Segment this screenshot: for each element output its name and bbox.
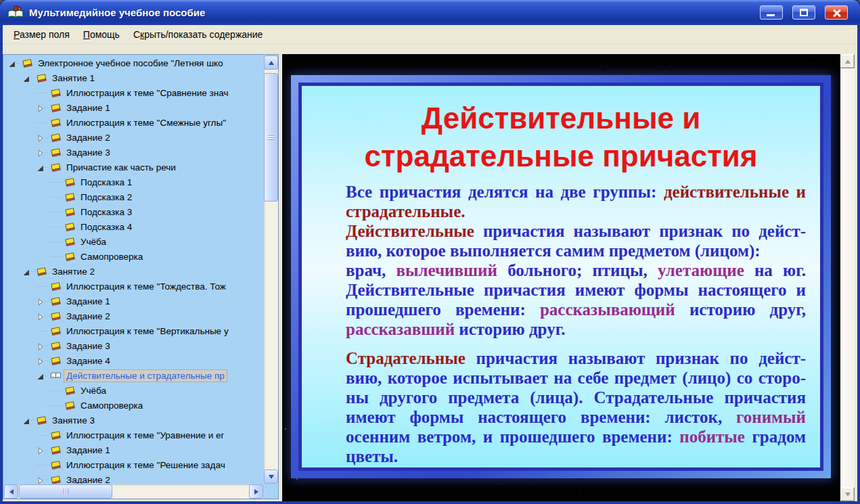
triangle-collapsed-icon[interactable] — [37, 342, 44, 350]
scroll-right-button[interactable] — [249, 484, 263, 499]
tree-item-label[interactable]: Иллюстрация к теме "Смежные углы" — [64, 117, 228, 129]
scrollbar-thumb[interactable] — [19, 484, 112, 499]
scroll-up-button[interactable] — [840, 54, 855, 68]
triangle-expanded-icon[interactable] — [8, 60, 16, 67]
triangle-collapsed-icon[interactable] — [37, 357, 44, 365]
tree-item[interactable]: Учёба — [4, 234, 263, 249]
tree-horizontal-scrollbar[interactable] — [4, 484, 263, 499]
tree-item-label[interactable]: Задание 4 — [64, 355, 112, 367]
tree-item-label[interactable]: Задание 2 — [64, 132, 112, 143]
tree-item-label[interactable]: Задание 1 — [64, 444, 112, 456]
tree-item[interactable]: Иллюстрация к теме "Смежные углы" — [4, 115, 263, 130]
tree-item-label[interactable]: Действительные и страдательные пр — [64, 370, 227, 382]
tree-connector — [51, 256, 58, 257]
tree-item[interactable]: Задание 4 — [4, 353, 263, 368]
menubar: Размер поляПомощьСкрыть/показать содержа… — [3, 25, 857, 44]
scroll-up-button[interactable] — [264, 55, 278, 70]
tree-item[interactable]: Занятие 1 — [4, 70, 263, 85]
menu-item-2[interactable]: Помощь — [76, 26, 127, 43]
slide-vertical-scrollbar[interactable] — [840, 54, 855, 501]
tree-item-label[interactable]: Учёба — [78, 385, 108, 396]
tree-item[interactable]: Задание 3 — [4, 338, 263, 353]
tree-item[interactable]: Занятие 2 — [4, 264, 263, 279]
book-icon — [50, 162, 62, 172]
tree-item[interactable]: Иллюстрация к теме "Тождества. Тож — [4, 279, 263, 294]
tree-item-label[interactable]: Задание 2 — [64, 474, 112, 484]
tree-item-label[interactable]: Иллюстрация к теме "Сравнение знач — [64, 87, 230, 99]
tree-item-label[interactable]: Самопроверка — [78, 400, 145, 411]
tree-item[interactable]: Занятие 3 — [4, 413, 263, 428]
book-icon — [50, 133, 62, 142]
tree-item-label[interactable]: Подсказка 3 — [78, 206, 134, 218]
tree-item[interactable]: Иллюстрация к теме "Решение задач — [4, 457, 263, 472]
tree-item[interactable]: Самопроверка — [4, 249, 263, 264]
slide-text-line: страдательные. — [346, 202, 806, 221]
tree-item-label[interactable]: Занятие 1 — [50, 72, 97, 84]
triangle-expanded-icon[interactable] — [22, 74, 30, 82]
tree-item[interactable]: Самопроверка — [4, 398, 263, 413]
tree-vertical-scrollbar[interactable] — [264, 55, 278, 484]
tree-item[interactable]: Задание 2 — [4, 308, 263, 323]
scrollbar-thumb[interactable] — [264, 73, 278, 202]
triangle-collapsed-icon[interactable] — [37, 446, 44, 454]
triangle-collapsed-icon[interactable] — [37, 134, 44, 141]
tree-item[interactable]: Иллюстрация к теме "Вертикальные у — [4, 323, 263, 338]
tree-item[interactable]: Подсказка 1 — [4, 175, 263, 189]
tree-item[interactable]: Учёба — [4, 383, 263, 398]
slide: Действительные и страдательные причастия… — [302, 86, 820, 467]
tree-item[interactable]: Задание 2 — [4, 472, 263, 484]
scroll-left-button[interactable] — [4, 484, 18, 499]
book-icon — [64, 192, 76, 202]
tree-item-label[interactable]: Иллюстрация к теме "Тождества. Тож — [64, 281, 228, 292]
triangle-collapsed-icon[interactable] — [37, 476, 44, 484]
triangle-collapsed-icon[interactable] — [37, 149, 44, 156]
triangle-expanded-icon[interactable] — [22, 268, 30, 275]
tree-item[interactable]: Действительные и страдательные пр — [4, 368, 263, 383]
tree-item[interactable]: Электронное учебное пособие "Летняя шко — [4, 55, 263, 70]
tree-item[interactable]: Подсказка 4 — [4, 219, 263, 234]
tree-item[interactable]: Задание 1 — [4, 100, 263, 115]
tree-item-label[interactable]: Задание 2 — [64, 311, 112, 322]
tree-item-label[interactable]: Электронное учебное пособие "Летняя шко — [36, 58, 225, 69]
tree-item-label[interactable]: Подсказка 2 — [78, 191, 134, 203]
minimize-icon — [767, 14, 775, 16]
scroll-down-button[interactable] — [840, 487, 855, 501]
tree-item-label[interactable]: Подсказка 4 — [78, 221, 134, 233]
tree-item-label[interactable]: Занятие 3 — [50, 415, 97, 426]
tree-item-label[interactable]: Иллюстрация к теме "Вертикальные у — [64, 325, 231, 337]
tree-item-label[interactable]: Задание 3 — [64, 147, 112, 158]
tree-item-label[interactable]: Задание 1 — [64, 296, 112, 307]
triangle-expanded-icon[interactable] — [37, 164, 44, 171]
tree-item-label[interactable]: Самопроверка — [78, 251, 145, 262]
tree-item[interactable]: Задание 2 — [4, 130, 263, 145]
triangle-collapsed-icon[interactable] — [37, 313, 44, 320]
triangle-collapsed-icon[interactable] — [37, 298, 44, 305]
slide-text-line: вию, которое испытывает на себе предмет … — [346, 368, 806, 388]
tree-item-label[interactable]: Задание 1 — [64, 102, 112, 114]
maximize-button[interactable] — [792, 5, 815, 20]
tree-item[interactable]: Подсказка 2 — [4, 189, 263, 204]
tree-item[interactable]: Задание 1 — [4, 294, 263, 308]
tree-item[interactable]: Задание 1 — [4, 442, 263, 457]
triangle-collapsed-icon[interactable] — [37, 104, 44, 112]
tree-item-label[interactable]: Учёба — [78, 236, 108, 248]
tree-item-label[interactable]: Иллюстрация к теме "Уравнение и ег — [64, 430, 227, 441]
menu-item-3[interactable]: Скрыть/показать содержание — [127, 26, 269, 43]
menu-item-1[interactable]: Размер поля — [7, 26, 76, 43]
tree-item-label[interactable]: Иллюстрация к теме "Решение задач — [64, 459, 227, 471]
tree-item[interactable]: Иллюстрация к теме "Сравнение знач — [4, 85, 263, 100]
tree-item[interactable]: Задание 3 — [4, 145, 263, 160]
tree-item-label[interactable]: Занятие 2 — [50, 266, 97, 277]
tree-item-label[interactable]: Причастие как часть речи — [64, 162, 178, 173]
tree-item-label[interactable]: Задание 3 — [64, 340, 112, 352]
triangle-expanded-icon[interactable] — [37, 372, 44, 380]
tree-item-label[interactable]: Подсказка 1 — [78, 177, 134, 188]
minimize-button[interactable] — [760, 5, 783, 20]
maximize-icon — [800, 9, 808, 16]
triangle-expanded-icon[interactable] — [22, 417, 30, 424]
tree-item[interactable]: Иллюстрация к теме "Уравнение и ег — [4, 428, 263, 442]
close-button[interactable] — [825, 5, 848, 20]
tree-item[interactable]: Причастие как часть речи — [4, 160, 263, 175]
tree-item[interactable]: Подсказка 3 — [4, 204, 263, 219]
scroll-down-button[interactable] — [264, 469, 278, 484]
